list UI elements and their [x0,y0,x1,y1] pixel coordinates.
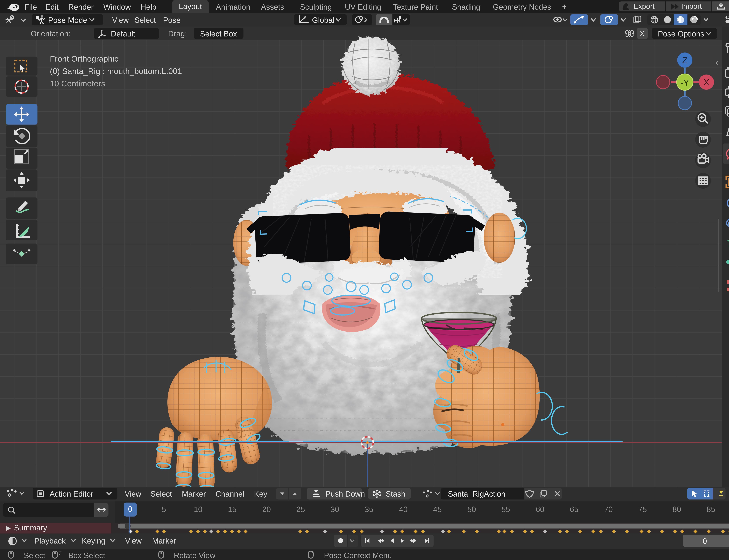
svg-text:-Y: -Y [681,78,689,87]
svg-text:X: X [703,77,709,87]
svg-text:‹: ‹ [715,57,718,68]
svg-text:Z: Z [682,55,688,65]
